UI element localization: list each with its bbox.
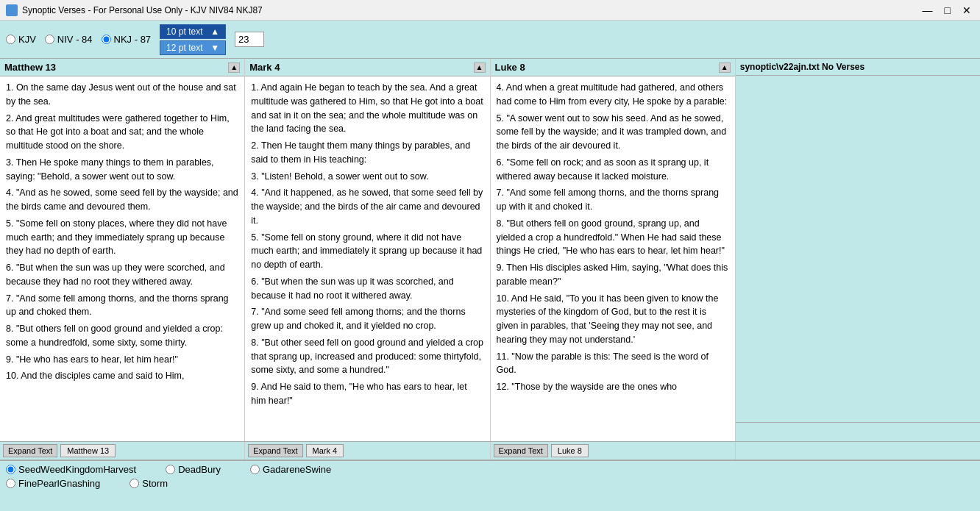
titlebar-controls[interactable]: — □ ✕ [920,4,974,16]
gadarene-option[interactable]: GadareneSwine [250,464,331,475]
minimize-button[interactable]: — [920,4,936,16]
gadarene-label: GadareneSwine [263,464,331,475]
niv84-radio[interactable] [45,35,54,44]
seedweed-radio[interactable] [6,465,15,474]
titlebar-left: Synoptic Verses - For Personal Use Only … [6,4,263,16]
seedweed-label: SeedWeedKingdomHarvest [18,464,136,475]
main-content: Matthew 13 ▲ 1. On the same day Jesus we… [0,59,980,441]
verse-text: 3. Then He spoke many things to them in … [6,156,238,184]
verse-text: 3. "Listen! Behold, a sower went out to … [251,170,483,184]
app-icon [6,4,18,16]
mark4-tab[interactable]: Mark 4 [306,444,344,457]
verse-text: 9. And He said to them, "He who has ears… [251,380,483,408]
close-button[interactable]: ✕ [959,4,974,16]
kjv-label[interactable]: KJV [18,34,36,45]
storm-option[interactable]: Storm [129,478,168,489]
luke8-footer: Expand Text Luke 8 [491,442,736,460]
verse-text: 2. Then He taught them many things by pa… [251,139,483,167]
matthew13-footer: Expand Text Matthew 13 [0,442,245,460]
deadbury-option[interactable]: DeadBury [166,464,221,475]
luke8-expand-button[interactable]: Expand Text [494,444,548,457]
mark4-panel: Mark 4 ▲ 1. And again He began to teach … [245,59,490,441]
luke8-tab[interactable]: Luke 8 [551,444,589,457]
verse-text: 7. "And some fell among thorns, and the … [6,292,238,320]
finepearl-option[interactable]: FinePearlGnashing [6,478,100,489]
titlebar-title: Synoptic Verses - For Personal Use Only … [22,5,263,15]
verse-text: 5. "A sower went out to sow his seed. An… [497,112,729,153]
font-size-10-button[interactable]: 10 pt text ▲ [160,24,226,39]
finepearl-radio[interactable] [6,479,15,488]
verse-text: 10. And He said, "To you it has been giv… [497,292,729,347]
titlebar: Synoptic Verses - For Personal Use Only … [0,0,980,21]
verse-text: 1. And again He began to teach by the se… [251,81,483,136]
verse-text: 11. "Now the parable is this: The seed i… [497,350,729,378]
verse-text: 8. "But others fell on good ground and y… [6,322,238,350]
font-up-arrow[interactable]: ▲ [210,26,219,37]
verse-text: 9. "He who has ears to hear, let him hea… [6,353,238,367]
luke8-header: Luke 8 ▲ [491,59,735,76]
mark4-header: Mark 4 ▲ [245,59,489,76]
verse-text: 9. Then His disciples asked Him, saying,… [497,261,729,289]
verse-text: 8. "But others fell on good ground, spra… [497,217,729,258]
verse-text: 4. And when a great multitude had gather… [497,81,729,109]
mark4-footer: Expand Text Mark 4 [245,442,490,460]
bottom-row-2: FinePearlGnashing Storm [6,478,974,489]
synoptic-footer-2: x [736,442,980,460]
niv84-label[interactable]: NIV - 84 [57,34,93,45]
gadarene-radio[interactable] [250,465,260,474]
verse-text: 6. "But when the sun was up it was scorc… [251,275,483,303]
deadbury-label: DeadBury [178,464,221,475]
finepearl-label: FinePearlGnashing [18,478,100,489]
font-size-controls: 10 pt text ▲ 12 pt text ▼ [160,24,226,55]
synoptic-title: synoptic\v22ajn.txt No Verses [740,62,864,72]
toolbar: KJV NIV - 84 NKJ - 87 10 pt text ▲ 12 pt… [0,21,980,59]
verse-text: 5. "Some fell on stony ground, where it … [251,231,483,272]
verse-text: 2. And great multitudes were gathered to… [6,112,238,153]
version-nkj[interactable]: NKJ - 87 [102,34,152,45]
panel-footers: Expand Text Matthew 13 Expand Text Mark … [0,441,980,460]
verse-text: 4. "And it happened, as he sowed, that s… [251,186,483,227]
nkj87-radio[interactable] [102,35,111,44]
deadbury-radio[interactable] [166,465,175,474]
seedweed-option[interactable]: SeedWeedKingdomHarvest [6,464,136,475]
verse-text: 5. "Some fell on stony places, where the… [6,217,238,258]
version-kjv[interactable]: KJV [6,34,36,45]
matthew13-expand-button[interactable]: Expand Text [3,444,57,457]
luke8-title: Luke 8 [495,62,525,73]
mark4-content: 1. And again He began to teach by the se… [245,76,489,441]
synoptic-content [736,76,980,422]
verse-text: 8. "But other seed fell on good ground a… [251,336,483,377]
verse-text: 4. "And as he sowed, some seed fell by t… [6,186,238,214]
matthew13-header: Matthew 13 ▲ [0,59,244,76]
luke8-panel: Luke 8 ▲ 4. And when a great multitude h… [491,59,736,441]
luke8-scroll-up[interactable]: ▲ [719,62,731,73]
mark4-scroll-up[interactable]: ▲ [474,62,486,73]
verse-number-input[interactable]: 23 [235,32,264,47]
synoptic-panel: synoptic\v22ajn.txt No Verses x [736,59,980,441]
version-niv[interactable]: NIV - 84 [45,34,93,45]
matthew13-content: 1. On the same day Jesus went out of the… [0,76,244,441]
verse-text: 7. "And some fell among thorns, and the … [497,186,729,214]
font-size-10-label: 10 pt text [166,26,202,37]
maximize-button[interactable]: □ [942,4,954,16]
verse-text: 6. "Some fell on rock; and as soon as it… [497,156,729,184]
font-size-12-button[interactable]: 12 pt text ▼ [160,40,226,55]
matthew13-scroll-up[interactable]: ▲ [228,62,240,73]
synoptic-footer: x [736,422,980,441]
verse-text: 7. "And some seed fell among thorns; and… [251,305,483,333]
luke8-content: 4. And when a great multitude had gather… [491,76,735,441]
font-size-12-label: 12 pt text [166,43,202,53]
nkj87-label[interactable]: NKJ - 87 [114,34,152,45]
mark4-expand-button[interactable]: Expand Text [248,444,302,457]
matthew13-title: Matthew 13 [4,62,56,73]
storm-label: Storm [142,478,168,489]
verse-text: 12. "Those by the wayside are the ones w… [497,380,729,394]
verse-text: 1. On the same day Jesus went out of the… [6,81,238,109]
synoptic-header: synoptic\v22ajn.txt No Verses [736,59,980,76]
mark4-title: Mark 4 [249,62,280,73]
font-down-arrow[interactable]: ▼ [210,43,219,53]
bottom-area: SeedWeedKingdomHarvest DeadBury Gadarene… [0,460,980,511]
kjv-radio[interactable] [6,35,15,44]
storm-radio[interactable] [129,479,139,488]
matthew13-tab[interactable]: Matthew 13 [60,444,116,457]
